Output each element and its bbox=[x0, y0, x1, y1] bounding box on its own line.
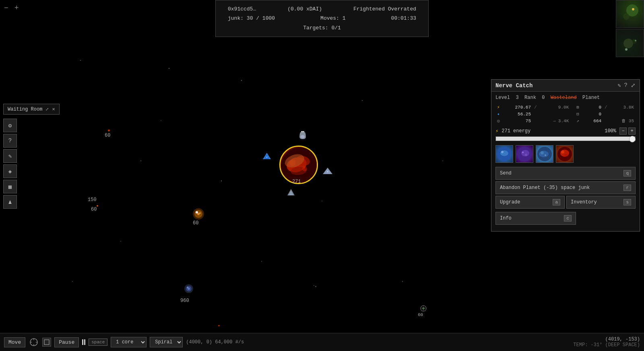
energy-minus-btn[interactable]: − bbox=[619, 127, 627, 135]
svg-point-8 bbox=[161, 120, 161, 121]
move-crosshair-icon bbox=[29, 337, 39, 347]
energy-plus-btn[interactable]: + bbox=[628, 127, 636, 135]
right-panel: Nerve Catch ✎ ? ⤢ Level 3 Rank 0 Wastela… bbox=[491, 79, 640, 232]
panel-help-icon[interactable]: ? bbox=[624, 82, 627, 89]
svg-point-63 bbox=[561, 150, 564, 154]
svg-point-25 bbox=[289, 160, 296, 166]
send-button[interactable]: Send q bbox=[495, 167, 636, 180]
label-150: 150 bbox=[88, 197, 97, 203]
planet-960[interactable] bbox=[184, 283, 194, 296]
info-button[interactable]: Info c bbox=[495, 212, 576, 225]
svg-point-55 bbox=[522, 152, 524, 153]
info-shortcut: c bbox=[564, 215, 572, 222]
svg-point-26 bbox=[302, 166, 307, 171]
level-row: Level 3 Rank 0 Wasteland Planet bbox=[495, 95, 636, 101]
send-shortcut: q bbox=[623, 170, 631, 177]
arrow-val: → 3.4K bbox=[541, 117, 570, 124]
biome-label: Wasteland bbox=[551, 95, 577, 101]
svg-point-12 bbox=[120, 241, 121, 242]
svg-point-60 bbox=[545, 154, 546, 156]
waiting-room-expand[interactable]: ⤢ bbox=[45, 107, 49, 112]
planet-icon-1[interactable] bbox=[495, 145, 513, 163]
toolbar-coords: (4019, -153) TEMP: -31° (DEEP SPACE) bbox=[573, 337, 640, 348]
rank-val: 0 bbox=[542, 95, 545, 101]
svg-rect-70 bbox=[44, 340, 49, 345]
coords-display: (4000, 0) 64,000 #/s bbox=[186, 339, 244, 345]
panel-title-bar: Nerve Catch ✎ ? ⤢ bbox=[491, 80, 640, 92]
planet-type-label: Planet bbox=[582, 95, 600, 101]
sidebar-help-btn[interactable]: ? bbox=[3, 134, 17, 148]
core-select[interactable]: 1 core 2 cores 4 cores bbox=[111, 337, 147, 347]
stat-max2: 3.8K bbox=[612, 104, 636, 111]
silver-val: 56.25 bbox=[504, 111, 533, 117]
energy-bar-fill bbox=[496, 137, 635, 141]
planet-icon-3[interactable] bbox=[536, 145, 553, 163]
dot-bottom bbox=[218, 325, 220, 326]
eye-icon: ◎ bbox=[495, 117, 504, 124]
sidebar-brush-btn[interactable]: ✎ bbox=[3, 149, 17, 163]
dot-small bbox=[315, 286, 316, 287]
svg-point-45 bbox=[187, 287, 188, 288]
svg-point-17 bbox=[140, 160, 141, 161]
move-button[interactable]: Move bbox=[4, 337, 25, 347]
svg-point-9 bbox=[241, 80, 242, 81]
energy-bolt-icon: ⚡ bbox=[495, 128, 498, 134]
info-label: Info bbox=[500, 216, 512, 221]
svg-point-64 bbox=[564, 154, 568, 156]
energy-bar[interactable] bbox=[495, 136, 636, 141]
planet-3k-label: 60 bbox=[193, 220, 198, 226]
pattern-select[interactable]: Spiral Grid Random bbox=[150, 337, 183, 347]
level-label: Level bbox=[495, 95, 510, 101]
position-coords: (4019, -153) bbox=[573, 337, 640, 342]
temp-display: TEMP: -31° (DEEP SPACE) bbox=[573, 342, 640, 348]
pause-bar-1 bbox=[82, 339, 83, 345]
svg-point-10 bbox=[322, 201, 322, 201]
energy-max: 9.0K bbox=[541, 104, 570, 111]
panel-expand-icon[interactable]: ⤢ bbox=[631, 82, 636, 89]
sidebar-chart-btn[interactable]: ▦ bbox=[3, 180, 17, 193]
toolbar-square-btn[interactable] bbox=[42, 338, 51, 347]
planet-icon-4[interactable] bbox=[556, 145, 574, 163]
main-planet-label: 271 bbox=[292, 179, 301, 185]
svg-point-11 bbox=[362, 100, 363, 101]
left-sidebar: ⚙ ? ✎ ◈ ▦ ♟ bbox=[3, 119, 17, 209]
pause-button[interactable]: Pause bbox=[54, 337, 79, 347]
stats-table: ⚡ 270.67 / 9.0K ⊞ 0 / 3.8K ✦ 56.25 ⊟ 0 ◎ bbox=[495, 104, 636, 124]
svg-point-32 bbox=[327, 171, 328, 172]
svg-point-19 bbox=[169, 68, 169, 69]
energy-bar-knob[interactable] bbox=[629, 136, 636, 142]
sidebar-person-btn[interactable]: ♟ bbox=[3, 195, 17, 209]
stat-val2: 0 bbox=[586, 104, 603, 111]
upgrade-label: Upgrade bbox=[500, 199, 520, 205]
panel-title: Nerve Catch bbox=[495, 82, 533, 89]
stat-val3: 0 bbox=[586, 111, 603, 117]
svg-point-15 bbox=[221, 181, 222, 181]
svg-point-59 bbox=[541, 151, 544, 154]
planet-icon-2[interactable] bbox=[516, 145, 533, 163]
chart-icon: ▦ bbox=[8, 183, 12, 190]
sidebar-gift-btn[interactable]: ◈ bbox=[3, 164, 17, 178]
pause-label: Pause bbox=[59, 339, 74, 345]
abandon-label: Abandon Planet (-35) space junk bbox=[500, 185, 590, 191]
svg-point-56 bbox=[525, 154, 527, 156]
inventory-button[interactable]: Inventory s bbox=[566, 196, 636, 209]
energy-val: 270.67 bbox=[504, 104, 533, 111]
energy-section-label: 271 energy bbox=[502, 128, 530, 134]
panel-edit-icon[interactable]: ✎ bbox=[617, 82, 621, 89]
trash-val: 🗑 35 bbox=[612, 117, 636, 124]
svg-point-41 bbox=[199, 212, 201, 214]
svg-point-58 bbox=[539, 151, 549, 157]
energy-controls: − + bbox=[619, 127, 636, 135]
abandon-button[interactable]: Abandon Planet (-35) space junk r bbox=[495, 181, 636, 194]
stat-icon2: ⊞ bbox=[570, 104, 586, 111]
gift-icon: ◈ bbox=[8, 168, 12, 175]
person-icon: ♟ bbox=[8, 199, 12, 205]
expand-val2: 664 bbox=[586, 117, 603, 124]
main-planet[interactable] bbox=[279, 146, 318, 184]
svg-point-34 bbox=[301, 135, 305, 138]
upgrade-button[interactable]: Upgrade a bbox=[495, 196, 565, 209]
send-label: Send bbox=[500, 170, 512, 176]
sidebar-settings-btn[interactable]: ⚙ bbox=[3, 119, 17, 132]
waiting-room-close[interactable]: ✕ bbox=[52, 106, 55, 112]
stat-icon3: ⊟ bbox=[570, 111, 586, 117]
